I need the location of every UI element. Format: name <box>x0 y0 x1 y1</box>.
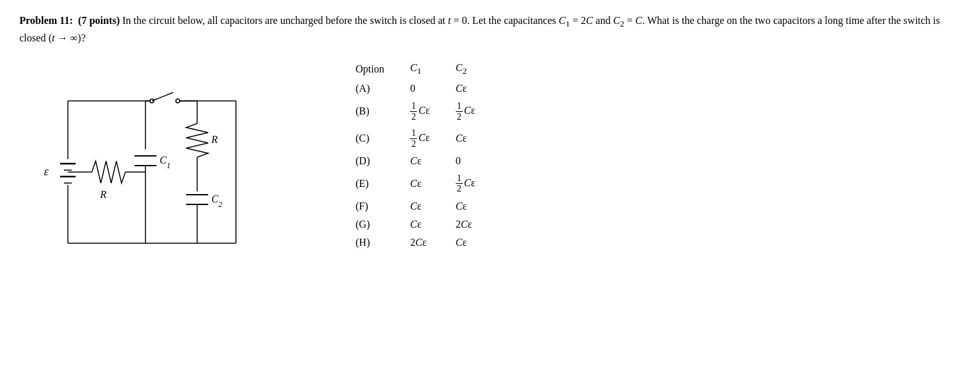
fraction-b-c2: 1 2 <box>456 101 463 122</box>
c1-a: 0 <box>403 80 449 98</box>
svg-text:R: R <box>100 189 107 200</box>
table-row: (A) 0 Cε <box>356 80 495 98</box>
fraction-b-c1: 1 2 <box>410 101 417 122</box>
c2-b: 1 2 Cε <box>449 98 495 125</box>
col-header-c2: C2 <box>449 59 495 80</box>
c1-h: 2Cε <box>403 234 449 252</box>
table-row: (B) 1 2 Cε 1 2 Cε <box>356 98 495 125</box>
c1-e: Cε <box>403 170 449 197</box>
option-f: (F) <box>356 197 403 215</box>
fraction-e-c2: 1 2 <box>456 173 463 194</box>
circuit-diagram: ε <box>19 59 291 279</box>
c1-g: Cε <box>403 215 449 234</box>
col-header-c1: C1 <box>403 59 449 80</box>
option-b: (B) <box>356 98 403 125</box>
option-c: (C) <box>356 125 403 152</box>
fraction-c-c1: 1 2 <box>410 128 417 149</box>
option-a: (A) <box>356 80 403 98</box>
answer-table: Option C1 C2 (A) 0 Cε (B) 1 2 <box>356 59 495 252</box>
svg-text:ε: ε <box>44 165 49 178</box>
col-header-option: Option <box>356 59 403 80</box>
option-d: (D) <box>356 152 403 170</box>
c2-a: Cε <box>449 80 495 98</box>
table-row: (G) Cε 2Cε <box>356 215 495 234</box>
option-h: (H) <box>356 234 403 252</box>
c1-b: 1 2 Cε <box>403 98 449 125</box>
c1-c: 1 2 Cε <box>403 125 449 152</box>
main-content: ε <box>19 59 961 279</box>
c2-f: Cε <box>449 197 495 215</box>
c2-g: 2Cε <box>449 215 495 234</box>
c1-d: Cε <box>403 152 449 170</box>
option-g: (G) <box>356 215 403 234</box>
c2-c: Cε <box>449 125 495 152</box>
problem-description: In the circuit below, all capacitors are… <box>19 15 940 43</box>
svg-rect-8 <box>32 65 278 272</box>
problem-text: Problem 11: (7 points) In the circuit be… <box>19 13 961 46</box>
table-row: (C) 1 2 Cε Cε <box>356 125 495 152</box>
table-row: (H) 2Cε Cε <box>356 234 495 252</box>
option-e: (E) <box>356 170 403 197</box>
c2-h: Cε <box>449 234 495 252</box>
c1-f: Cε <box>403 197 449 215</box>
table-row: (D) Cε 0 <box>356 152 495 170</box>
table-row: (F) Cε Cε <box>356 197 495 215</box>
answer-table-area: Option C1 C2 (A) 0 Cε (B) 1 2 <box>317 59 961 252</box>
c2-d: 0 <box>449 152 495 170</box>
problem-number: Problem 11: (7 points) <box>19 15 120 26</box>
circuit-svg: ε <box>32 65 278 272</box>
c2-e: 1 2 Cε <box>449 170 495 197</box>
svg-text:R: R <box>211 134 218 145</box>
table-row: (E) Cε 1 2 Cε <box>356 170 495 197</box>
